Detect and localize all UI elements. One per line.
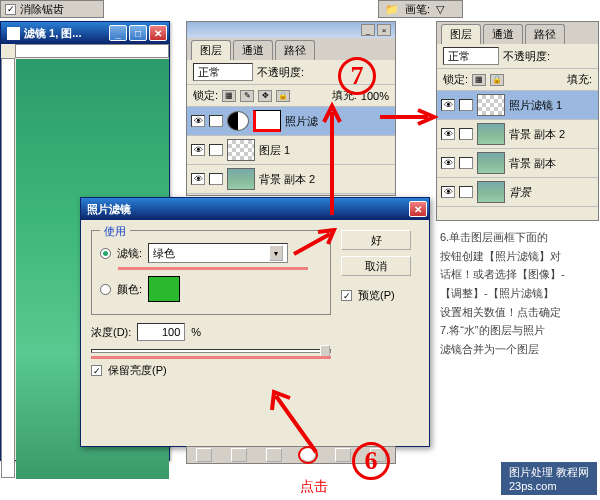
blend-row: 正常 不透明度: bbox=[437, 44, 598, 69]
dialog-title: 照片滤镜 bbox=[87, 202, 131, 217]
minimize-button[interactable]: _ bbox=[109, 25, 127, 41]
opacity-label: 不透明度: bbox=[257, 65, 304, 80]
maximize-button[interactable]: □ bbox=[129, 25, 147, 41]
layers-panel-left: _ × 图层 通道 路径 正常 不透明度: 锁定: ▦ ✎ ✥ 🔒 填充: 10… bbox=[186, 21, 396, 196]
blend-mode-select[interactable]: 正常 bbox=[193, 63, 253, 81]
preview-label: 预览(P) bbox=[358, 288, 395, 303]
dialog-close-button[interactable]: ✕ bbox=[409, 201, 427, 217]
fill-label: 填充: bbox=[567, 72, 592, 87]
layer-thumbnail[interactable] bbox=[477, 181, 505, 203]
panel-min-button[interactable]: _ bbox=[361, 24, 375, 36]
layer-row[interactable]: 背景 副本 2 bbox=[437, 120, 598, 149]
layer-row[interactable]: 背景 副本 2 bbox=[187, 165, 395, 194]
blend-mode-select[interactable]: 正常 bbox=[443, 47, 499, 65]
layer-thumbnail[interactable] bbox=[477, 94, 505, 116]
visibility-icon[interactable] bbox=[191, 144, 205, 156]
color-swatch[interactable] bbox=[148, 276, 180, 302]
cancel-button[interactable]: 取消 bbox=[341, 256, 411, 276]
layer-thumbnail[interactable] bbox=[477, 152, 505, 174]
antialias-label: 消除锯齿 bbox=[20, 2, 64, 17]
use-group: 使用 滤镜: 绿色 ▾ 颜色: bbox=[91, 230, 331, 315]
layer-thumbnail[interactable] bbox=[477, 123, 505, 145]
tab-channels[interactable]: 通道 bbox=[233, 40, 273, 60]
link-icon[interactable] bbox=[459, 99, 473, 111]
brush-dropdown-icon[interactable]: ▽ bbox=[436, 3, 444, 16]
doc-icon bbox=[7, 27, 20, 40]
ruler-horizontal bbox=[15, 44, 169, 58]
tab-paths[interactable]: 路径 bbox=[275, 40, 315, 60]
mask-button[interactable] bbox=[231, 448, 247, 462]
opacity-label: 不透明度: bbox=[503, 49, 550, 64]
tab-channels[interactable]: 通道 bbox=[483, 24, 523, 44]
lock-all-icon[interactable]: 🔒 bbox=[276, 90, 290, 102]
color-label: 颜色: bbox=[117, 282, 142, 297]
mask-thumbnail[interactable] bbox=[253, 110, 281, 132]
preview-checkbox[interactable]: ✓ bbox=[341, 290, 352, 301]
tab-layers[interactable]: 图层 bbox=[441, 24, 481, 44]
layer-thumbnail[interactable] bbox=[227, 168, 255, 190]
folder-icon[interactable]: 📁 bbox=[385, 3, 399, 16]
antialias-checkbox[interactable]: ✓ bbox=[5, 4, 16, 15]
lock-transparency-icon[interactable]: ▦ bbox=[472, 74, 486, 86]
layer-thumbnail[interactable] bbox=[227, 139, 255, 161]
layer-row[interactable]: 图层 1 bbox=[187, 136, 395, 165]
visibility-icon[interactable] bbox=[441, 99, 455, 111]
color-radio[interactable] bbox=[100, 284, 111, 295]
filter-label: 滤镜: bbox=[117, 246, 142, 261]
tab-paths[interactable]: 路径 bbox=[525, 24, 565, 44]
filter-select[interactable]: 绿色 ▾ bbox=[148, 243, 288, 263]
close-button[interactable]: ✕ bbox=[149, 25, 167, 41]
visibility-icon[interactable] bbox=[191, 115, 205, 127]
lock-all-icon[interactable]: 🔒 bbox=[490, 74, 504, 86]
annotation-underline bbox=[118, 267, 308, 270]
lock-paint-icon[interactable]: ✎ bbox=[240, 90, 254, 102]
panel-header: _ × bbox=[187, 22, 395, 38]
layers-list: 照片滤镜 1 背景 副本 2 背景 副本 背景 bbox=[437, 91, 598, 207]
folder-button[interactable] bbox=[266, 448, 282, 462]
layer-name: 背景 bbox=[509, 185, 531, 200]
brush-label: 画笔: bbox=[405, 2, 430, 17]
watermark: 图片处理 教程网 23ps.com bbox=[500, 461, 598, 496]
link-icon[interactable] bbox=[209, 173, 223, 185]
ruler-vertical bbox=[1, 58, 15, 478]
ok-button[interactable]: 好 bbox=[341, 230, 411, 250]
dialog-titlebar: 照片滤镜 ✕ bbox=[81, 198, 429, 220]
layer-row[interactable]: 照片滤 bbox=[187, 107, 395, 136]
photo-filter-dialog: 照片滤镜 ✕ 使用 滤镜: 绿色 ▾ bbox=[80, 197, 430, 447]
new-layer-button[interactable] bbox=[335, 448, 351, 462]
layer-row[interactable]: 照片滤镜 1 bbox=[437, 91, 598, 120]
chevron-down-icon[interactable]: ▾ bbox=[269, 245, 283, 261]
tab-layers[interactable]: 图层 bbox=[191, 40, 231, 60]
annotation-6: 6 bbox=[352, 442, 390, 480]
instruction-text: 6.单击图层画框下面的 按钮创建【照片滤镜】对 话框！或者选择【图像】- 【调整… bbox=[440, 228, 595, 359]
fx-button[interactable] bbox=[196, 448, 212, 462]
dialog-body: 使用 滤镜: 绿色 ▾ 颜色: bbox=[81, 220, 429, 392]
link-icon[interactable] bbox=[459, 186, 473, 198]
layer-row[interactable]: 背景 副本 bbox=[437, 149, 598, 178]
filter-radio-row: 滤镜: 绿色 ▾ bbox=[100, 243, 322, 263]
lock-move-icon[interactable]: ✥ bbox=[258, 90, 272, 102]
panel-close-button[interactable]: × bbox=[377, 24, 391, 36]
preserve-label: 保留亮度(P) bbox=[108, 363, 167, 378]
link-icon[interactable] bbox=[459, 128, 473, 140]
lock-label: 锁定: bbox=[443, 72, 468, 87]
link-icon[interactable] bbox=[459, 157, 473, 169]
lock-transparency-icon[interactable]: ▦ bbox=[222, 90, 236, 102]
visibility-icon[interactable] bbox=[441, 157, 455, 169]
preserve-luminosity-checkbox[interactable]: ✓ bbox=[91, 365, 102, 376]
density-input[interactable] bbox=[137, 323, 185, 341]
layer-row[interactable]: 背景 bbox=[437, 178, 598, 207]
use-group-title: 使用 bbox=[100, 224, 130, 239]
link-icon[interactable] bbox=[209, 115, 223, 127]
link-icon[interactable] bbox=[209, 144, 223, 156]
filter-radio[interactable] bbox=[100, 248, 111, 259]
visibility-icon[interactable] bbox=[441, 186, 455, 198]
visibility-icon[interactable] bbox=[441, 128, 455, 140]
layer-name: 照片滤 bbox=[285, 114, 318, 129]
lock-row: 锁定: ▦ 🔒 填充: bbox=[437, 69, 598, 91]
adjustment-layer-button[interactable] bbox=[300, 448, 316, 462]
layer-name: 背景 副本 2 bbox=[509, 127, 565, 142]
visibility-icon[interactable] bbox=[191, 173, 205, 185]
density-slider[interactable] bbox=[91, 349, 331, 353]
density-label: 浓度(D): bbox=[91, 325, 131, 340]
